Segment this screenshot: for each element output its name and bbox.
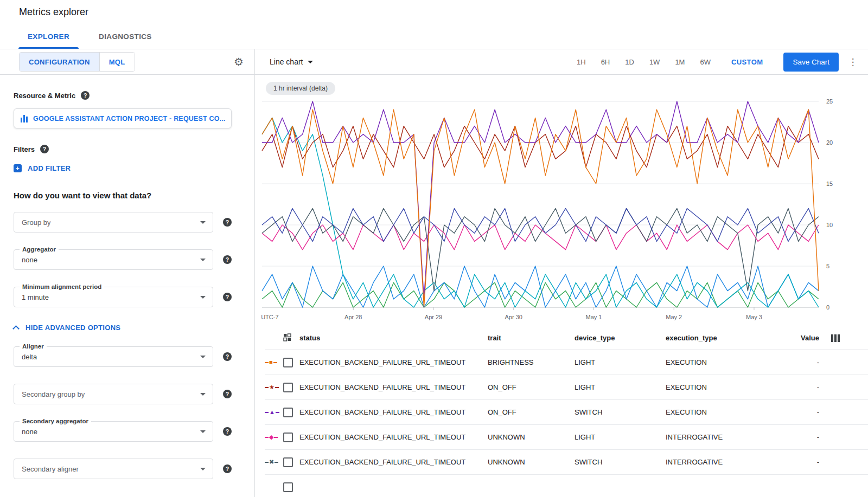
cell-execution-type: EXECUTION: [666, 383, 796, 391]
secondary-aligner-select[interactable]: Secondary aligner: [14, 459, 213, 479]
column-settings-icon[interactable]: [831, 334, 840, 342]
time-range-6w[interactable]: 6W: [692, 54, 718, 70]
chart-toolbar: Line chart 1H 6H 1D 1W 1M 6W CUSTOM Save…: [255, 49, 868, 75]
time-range-1h[interactable]: 1H: [569, 54, 593, 70]
configuration-body: Resource & Metric GOOGLE ASSISTANT ACTIO…: [0, 75, 254, 497]
cell-trait: ON_OFF: [488, 408, 575, 416]
time-range-1d[interactable]: 1D: [617, 54, 642, 70]
resource-metric-section: Resource & Metric: [14, 91, 232, 100]
field-label: Minimum alignment period: [20, 283, 104, 290]
chevron-down-icon: [200, 296, 206, 299]
table-row[interactable]: ▲ EXECUTION_BACKEND_FAILURE_URL_TIMEOUT …: [265, 400, 868, 425]
secondary-aggregator-select[interactable]: Secondary aggregator none: [14, 421, 213, 442]
metrics-explorer-app: Metrics explorer EXPLORER DIAGNOSTICS CO…: [0, 0, 868, 497]
chart-series-line: [262, 101, 819, 299]
help-icon[interactable]: [223, 293, 232, 301]
time-range-1m[interactable]: 1M: [667, 54, 692, 70]
selected-metric-label: GOOGLE ASSISTANT ACTION PROJECT - REQUES…: [33, 115, 226, 122]
chart-type-label: Line chart: [270, 57, 303, 66]
row-checkbox[interactable]: [283, 482, 293, 492]
tab-explorer[interactable]: EXPLORER: [13, 24, 84, 49]
main-tabbar: EXPLORER DIAGNOSTICS: [0, 24, 868, 49]
chevron-down-icon: [200, 393, 206, 396]
settings-gear-icon[interactable]: [234, 56, 244, 67]
cell-execution-type: EXECUTION: [666, 358, 796, 366]
secondary-aligner-value: Secondary aligner: [22, 465, 79, 473]
series-marker-icon: ✖: [265, 459, 283, 465]
row-checkbox[interactable]: [283, 408, 293, 417]
tab-diagnostics-label: DIAGNOSTICS: [99, 33, 152, 41]
help-icon[interactable]: [81, 91, 90, 100]
x-axis-tick-label: May 1: [586, 314, 602, 320]
line-chart[interactable]: 0510152025UTC-7Apr 28Apr 29Apr 30May 1Ma…: [261, 96, 850, 326]
chevron-up-icon: [12, 325, 20, 332]
group-by-select[interactable]: Group by: [14, 212, 213, 233]
help-icon[interactable]: [223, 218, 232, 227]
save-chart-button[interactable]: Save Chart: [783, 53, 839, 72]
cell-value: -: [796, 433, 820, 441]
cell-device-type: LIGHT: [575, 358, 666, 366]
cell-value: -: [796, 408, 820, 416]
cell-status: EXECUTION_BACKEND_FAILURE_URL_TIMEOUT: [299, 383, 488, 391]
time-range-6h[interactable]: 6H: [593, 54, 618, 70]
chart-region: 1 hr interval (delta) 0510152025UTC-7Apr…: [255, 75, 868, 326]
help-icon[interactable]: [223, 352, 232, 361]
y-axis-tick-label: 10: [826, 222, 833, 228]
cell-status: EXECUTION_BACKEND_FAILURE_URL_TIMEOUT: [299, 458, 488, 466]
table-row[interactable]: ■ EXECUTION_BACKEND_FAILURE_URL_TIMEOUT …: [265, 350, 868, 375]
legend-toggle-icon[interactable]: [283, 333, 299, 343]
row-checkbox[interactable]: [283, 457, 293, 467]
min-alignment-select[interactable]: Minimum alignment period 1 minute: [14, 287, 213, 307]
hide-advanced-options-toggle[interactable]: HIDE ADVANCED OPTIONS: [14, 324, 232, 332]
tab-diagnostics[interactable]: DIAGNOSTICS: [84, 24, 167, 49]
app-header: Metrics explorer: [0, 0, 868, 24]
secondary-group-by-field-row: Secondary group by: [14, 384, 232, 404]
x-axis-tick-label: Apr 29: [425, 314, 442, 320]
field-label: Aligner: [20, 343, 47, 350]
configuration-toolbar: CONFIGURATION MQL: [0, 49, 254, 75]
chevron-down-icon: [200, 221, 206, 224]
aligner-field-row: Aligner delta: [14, 346, 232, 367]
table-row[interactable]: ◆ EXECUTION_BACKEND_FAILURE_URL_TIMEOUT …: [265, 425, 868, 450]
secondary-aligner-field-row: Secondary aligner: [14, 459, 232, 479]
secondary-group-by-select[interactable]: Secondary group by: [14, 384, 213, 404]
aligner-select[interactable]: Aligner delta: [14, 346, 213, 367]
secondary-group-by-value: Secondary group by: [22, 390, 85, 398]
help-icon[interactable]: [223, 464, 232, 473]
add-box-icon: [14, 164, 22, 172]
col-header-trait: trait: [488, 334, 575, 342]
chart-type-dropdown[interactable]: Line chart: [270, 57, 313, 66]
row-checkbox[interactable]: [283, 383, 293, 392]
col-header-device-type: device_type: [575, 334, 666, 342]
page-title: Metrics explorer: [19, 7, 88, 18]
series-marker-icon: ★: [265, 384, 283, 390]
add-filter-button[interactable]: ADD FILTER: [14, 164, 232, 172]
chart-series-line: [262, 109, 819, 307]
chevron-down-icon: [200, 430, 206, 433]
cell-trait: UNKNOWN: [488, 433, 575, 441]
help-icon[interactable]: [40, 145, 49, 153]
aggregator-field-row: Aggregator none: [14, 249, 232, 270]
time-range-group: 1H 6H 1D 1W 1M 6W CUSTOM: [569, 54, 770, 70]
row-checkbox[interactable]: [283, 358, 293, 367]
selected-metric-button[interactable]: GOOGLE ASSISTANT ACTION PROJECT - REQUES…: [14, 108, 232, 128]
more-options-kebab-icon[interactable]: [846, 56, 859, 68]
help-icon[interactable]: [223, 427, 232, 436]
help-icon[interactable]: [223, 255, 232, 264]
time-range-1w[interactable]: 1W: [642, 54, 668, 70]
table-row[interactable]: ✖ EXECUTION_BACKEND_FAILURE_URL_TIMEOUT …: [265, 450, 868, 475]
cell-device-type: SWITCH: [575, 408, 666, 416]
help-icon[interactable]: [223, 390, 232, 398]
mql-mode-button[interactable]: MQL: [99, 53, 135, 71]
table-row-partial[interactable]: [265, 475, 868, 497]
series-marker-icon: ▲: [265, 409, 283, 415]
configuration-mode-button[interactable]: CONFIGURATION: [20, 53, 99, 71]
time-range-custom[interactable]: CUSTOM: [724, 54, 771, 70]
table-row[interactable]: ★ EXECUTION_BACKEND_FAILURE_URL_TIMEOUT …: [265, 375, 868, 400]
cell-trait: ON_OFF: [488, 383, 575, 391]
aggregator-select[interactable]: Aggregator none: [14, 249, 213, 270]
cell-execution-type: INTERROGATIVE: [666, 458, 796, 466]
cell-device-type: LIGHT: [575, 433, 666, 441]
row-checkbox[interactable]: [283, 433, 293, 442]
cell-status: EXECUTION_BACKEND_FAILURE_URL_TIMEOUT: [299, 408, 488, 416]
